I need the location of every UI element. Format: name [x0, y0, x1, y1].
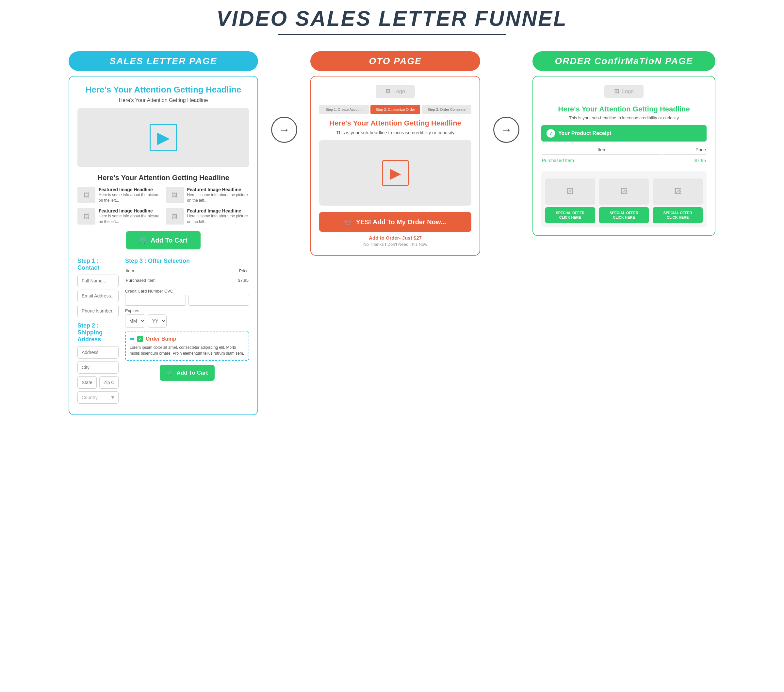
feature-img-2: 🖼	[166, 187, 184, 203]
receipt-check-icon: ✓	[547, 129, 555, 138]
feature-title-4: Featured Image Headline	[187, 208, 250, 213]
cc-label: Credit Card Number CVC	[125, 289, 249, 294]
sales-headline: Here's Your Attention Getting Headline	[77, 85, 249, 95]
cc-number-input[interactable]	[125, 295, 186, 306]
order-confirmation-panel: 🖼 Logo Here's Your Attention Getting Hea…	[532, 76, 715, 236]
state-input[interactable]	[77, 376, 97, 389]
step3-label: Step 3 : Offer Selection	[125, 258, 249, 264]
add-to-cart-button-2[interactable]: 🛒 Add To Cart	[160, 365, 214, 381]
video-icon: ▶	[150, 124, 177, 151]
expires-label: Expires	[125, 308, 249, 313]
checkout-form: Step 1 : Contact Step 2 : Shipping Addre…	[77, 258, 249, 406]
order-confirmation-header: ORDER ConfirMaTioN PAGE	[532, 51, 715, 71]
sales-subheadline: Here's Your Attention Getting Headline	[77, 97, 249, 103]
conf-headline: Here's Your Attention Getting Headline	[541, 105, 707, 114]
receipt-item-price: $7.95	[663, 155, 706, 166]
feature-desc-2: Here is some info about the picture on t…	[187, 192, 250, 203]
full-name-input[interactable]	[77, 274, 119, 287]
oto-subheadline: This is your sub-headline to increase cr…	[319, 130, 471, 135]
conf-subheadline: This is your sub-headline to increase cr…	[541, 116, 707, 120]
arrow-2-icon: →	[501, 123, 512, 137]
page-title: VIDEO SALES LETTER FUNNEL	[7, 7, 777, 31]
receipt-label: Your Product Receipt	[558, 130, 611, 136]
arrow-2-circle: →	[493, 117, 519, 143]
cc-fields	[125, 295, 249, 306]
offer-table-row: Purchased Item $7.95	[126, 276, 249, 285]
item-col-header: Item	[126, 268, 216, 275]
special-offer-button-3[interactable]: SPECIAL OFFERCLICK HERE	[653, 207, 703, 223]
feature-desc-1: Here is some info about the picture on t…	[99, 192, 161, 203]
conf-logo: 🖼 Logo	[604, 85, 644, 98]
cart-icon-2: 🛒	[166, 369, 173, 376]
cart-icon-oto: 🛒	[345, 218, 353, 226]
order-bump-box: ➡ ✓ Order Bump Lorem ipsum dolor sit ame…	[125, 331, 249, 361]
special-offer-button-2[interactable]: SPECIAL OFFERCLICK HERE	[599, 207, 649, 223]
oto-panel: 🖼 Logo Step 1: Create Account Step 2: Cu…	[310, 76, 480, 256]
yes-btn-label: YES! Add To My Order Now...	[356, 218, 446, 226]
oto-video-icon: ▶	[382, 160, 408, 186]
arrow-1-icon: →	[278, 123, 290, 137]
receipt-item-name: Purchased Item	[542, 155, 662, 166]
price-col-header: Price	[217, 268, 249, 275]
step-3: Step 3: Order Complete	[422, 105, 471, 114]
add-to-cart-label-2: Add To Cart	[176, 370, 208, 376]
feature-title-1: Featured Image Headline	[99, 187, 161, 192]
no-thanks-link[interactable]: No Thanks I Don't Need This Now	[319, 242, 471, 247]
step-2-active: Step 2: Customize Order	[371, 105, 420, 114]
address-input[interactable]	[77, 346, 119, 358]
offer-img-1: 🖼	[545, 178, 595, 205]
cart-icon: 🛒	[139, 236, 147, 244]
add-to-cart-button[interactable]: 🛒 Add To Cart	[126, 231, 201, 249]
feature-text-4: Featured Image Headline Here is some inf…	[187, 208, 250, 225]
feature-title-2: Featured Image Headline	[187, 187, 250, 192]
arrow-1-circle: →	[271, 117, 297, 143]
feature-item-4: 🖼 Featured Image Headline Here is some i…	[166, 208, 250, 225]
zip-input[interactable]	[99, 376, 119, 389]
feature-text-2: Featured Image Headline Here is some inf…	[187, 187, 250, 203]
oto-logo: 🖼 Logo	[376, 85, 415, 98]
conf-logo-text: Logo	[622, 89, 634, 94]
receipt-table-row: Purchased Item $7.95	[542, 155, 706, 166]
cvc-input[interactable]	[188, 295, 249, 306]
arrow-2-container: →	[493, 117, 519, 143]
offer-img-3: 🖼	[653, 178, 703, 205]
receipt-price-col: Price	[663, 147, 706, 155]
add-to-cart-label: Add To Cart	[151, 237, 188, 244]
state-zip-row	[77, 376, 119, 389]
title-divider	[278, 34, 506, 35]
chevron-down-icon: ▼	[110, 395, 115, 400]
feature-item-2: 🖼 Featured Image Headline Here is some i…	[166, 187, 250, 203]
steps-bar: Step 1: Create Account Step 2: Customize…	[319, 105, 471, 114]
features-grid: 🖼 Featured Image Headline Here is some i…	[77, 187, 249, 225]
order-confirmation-column: ORDER ConfirMaTioN PAGE 🖼 Logo Here's Yo…	[532, 51, 715, 236]
oto-header: OTO PAGE	[310, 51, 480, 71]
sales-letter-column: SALES LETTER PAGE Here's Your Attention …	[69, 51, 258, 415]
feature-img-4: 🖼	[166, 208, 184, 225]
receipt-bar: ✓ Your Product Receipt	[541, 125, 707, 142]
cvc-text-label: CVC	[164, 289, 173, 294]
phone-input[interactable]	[77, 305, 119, 317]
arrow-1-container: →	[271, 117, 297, 143]
month-select[interactable]: MM	[125, 314, 145, 327]
email-input[interactable]	[77, 290, 119, 302]
oto-headline: Here's Your Attention Getting Headline	[319, 119, 471, 127]
oto-logo-text: Logo	[393, 89, 405, 94]
year-select[interactable]: YY	[148, 314, 166, 327]
feature-img-1: 🖼	[77, 187, 96, 203]
conf-logo-image-icon: 🖼	[614, 89, 619, 94]
special-offers-grid: 🖼 SPECIAL OFFERCLICK HERE 🖼 SPECIAL OFFE…	[545, 178, 703, 223]
special-offer-card-2: 🖼 SPECIAL OFFERCLICK HERE	[599, 178, 649, 223]
step2-label: Step 2 : Shipping Address	[77, 322, 119, 343]
offer-img-2: 🖼	[599, 178, 649, 205]
receipt-item-col: Item	[542, 147, 662, 155]
feature-text-3: Featured Image Headline Here is some inf…	[99, 208, 161, 225]
special-offer-button-1[interactable]: SPECIAL OFFERCLICK HERE	[545, 207, 595, 223]
step-1: Step 1: Create Account	[319, 105, 369, 114]
city-input[interactable]	[77, 361, 119, 373]
feature-item-3: 🖼 Featured Image Headline Here is some i…	[77, 208, 161, 225]
feature-item-1: 🖼 Featured Image Headline Here is some i…	[77, 187, 161, 203]
sales-video-placeholder: ▶	[77, 108, 249, 167]
yes-add-to-order-button[interactable]: 🛒 YES! Add To My Order Now...	[319, 212, 471, 232]
image-icon: 🖼	[385, 89, 391, 94]
oto-video-placeholder: ▶	[319, 140, 471, 206]
